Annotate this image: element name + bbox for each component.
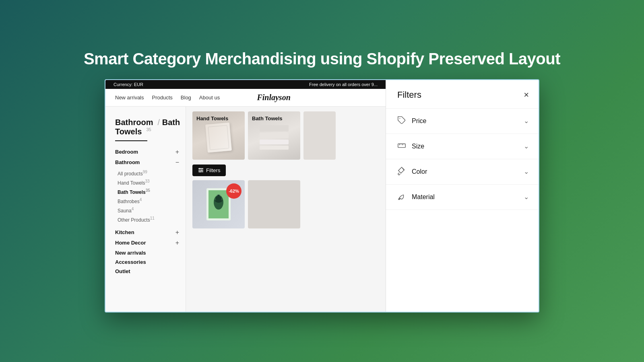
discount-badge: -62% xyxy=(226,183,242,199)
nav-about[interactable]: About us xyxy=(199,95,220,101)
nav-products[interactable]: Products xyxy=(152,95,173,101)
sidebar-sub-bathrobes[interactable]: Bathrobes4 xyxy=(118,196,186,206)
sidebar-item-outlet[interactable]: Outlet xyxy=(115,267,186,276)
filter-label-size: Size xyxy=(412,143,424,150)
filter-item-color[interactable]: Color ⌄ xyxy=(386,159,539,185)
category-card-partial xyxy=(303,111,336,160)
sidebar-toggle-kitchen: + xyxy=(175,229,179,236)
filters-button[interactable]: Filters xyxy=(192,165,226,176)
category-grid: Hand Towels Bath Towels xyxy=(192,111,379,160)
filter-item-material-left: Material xyxy=(397,192,435,202)
store-nav: New arrivals Products Blog About us Finl… xyxy=(105,89,386,107)
sidebar-toggle-bathroom: − xyxy=(175,159,179,166)
sidebar-item-new-arrivals[interactable]: New arrivals xyxy=(115,248,186,257)
sidebar-sub-sauna[interactable]: Sauna4 xyxy=(118,206,186,215)
filters-button-label: Filters xyxy=(206,167,220,173)
sidebar-toggle-bedroom: + xyxy=(175,148,179,156)
nav-new-arrivals[interactable]: New arrivals xyxy=(115,95,144,101)
filters-header: Filters × xyxy=(386,80,539,109)
svg-point-4 xyxy=(201,170,202,171)
category-card-hand-towels[interactable]: Hand Towels xyxy=(192,111,245,160)
sidebar-label-kitchen: Kitchen xyxy=(115,229,134,235)
topbar: Currency: EUR Free delivery on all order… xyxy=(105,80,386,89)
sidebar-sub-all-products[interactable]: All products99 xyxy=(118,169,186,178)
svg-point-5 xyxy=(200,171,201,173)
chevron-down-icon-price: ⌄ xyxy=(524,117,529,125)
dropper-icon xyxy=(397,167,406,177)
nav-blog[interactable]: Blog xyxy=(181,95,191,101)
product-row: -62% xyxy=(192,180,379,228)
sidebar-label-outlet: Outlet xyxy=(115,268,130,274)
sidebar-item-bedroom[interactable]: Bedroom + xyxy=(115,147,186,157)
sidebar-item-home-decor[interactable]: Home Decor + xyxy=(115,238,186,248)
delivery-text: Free delivery on all orders over 9... xyxy=(309,82,378,87)
sidebar-label-bedroom: Bedroom xyxy=(115,149,138,155)
sidebar-toggle-home-decor: + xyxy=(175,239,179,247)
filter-icon xyxy=(198,167,204,173)
sidebar-label-accessories: Accessories xyxy=(115,259,146,265)
filter-item-size[interactable]: Size ⌄ xyxy=(386,134,539,159)
filters-close-button[interactable]: × xyxy=(524,90,529,99)
sidebar: Bathroom / Bath Towels 35 Bedroom + Bath… xyxy=(105,107,186,312)
card-label-bath-towels: Bath Towels xyxy=(252,115,283,121)
sidebar-label-bathroom: Bathroom xyxy=(115,159,140,165)
filter-item-price[interactable]: Price ⌄ xyxy=(386,109,539,134)
breadcrumb-count: 35 xyxy=(146,127,151,132)
store-area: Currency: EUR Free delivery on all order… xyxy=(105,80,386,312)
leaf-icon xyxy=(397,192,406,202)
chevron-down-icon-material: ⌄ xyxy=(524,193,529,201)
sidebar-sub-bath-towels[interactable]: Bath Towels35 xyxy=(118,187,186,196)
store-logo: Finlayson xyxy=(257,93,290,102)
filters-title: Filters xyxy=(397,90,421,100)
sidebar-item-bathroom[interactable]: Bathroom − xyxy=(115,157,186,168)
tag-icon xyxy=(397,116,406,126)
chevron-down-icon-size: ⌄ xyxy=(524,142,529,150)
sidebar-divider xyxy=(115,140,147,141)
store-content: Bathroom / Bath Towels 35 Bedroom + Bath… xyxy=(105,107,386,312)
filter-item-price-left: Price xyxy=(397,116,426,126)
browser-window: Currency: EUR Free delivery on all order… xyxy=(105,79,539,313)
sidebar-label-home-decor: Home Decor xyxy=(115,240,146,246)
filter-item-material[interactable]: Material ⌄ xyxy=(386,185,539,210)
svg-rect-10 xyxy=(398,144,405,147)
sidebar-sub-other-products[interactable]: Other Products11 xyxy=(118,215,186,224)
filter-item-size-left: Size xyxy=(397,141,424,152)
filter-label-color: Color xyxy=(412,168,427,175)
breadcrumb-parent: Bathroom xyxy=(115,118,153,127)
product-card-2[interactable] xyxy=(248,180,300,228)
svg-point-3 xyxy=(199,168,200,169)
sidebar-sub-hand-towels[interactable]: Hand Towels33 xyxy=(118,178,186,187)
filters-panel: Filters × Price ⌄ xyxy=(386,80,539,312)
sidebar-label-new-arrivals: New arrivals xyxy=(115,250,146,256)
sidebar-item-kitchen[interactable]: Kitchen + xyxy=(115,227,186,238)
page-title: Smart Category Merchandising using Shopi… xyxy=(68,50,576,68)
chevron-down-icon-color: ⌄ xyxy=(524,168,529,175)
ruler-icon xyxy=(397,141,406,152)
nav-links: New arrivals Products Blog About us xyxy=(115,95,220,101)
filter-label-material: Material xyxy=(412,193,435,201)
filter-label-price: Price xyxy=(412,117,426,125)
sidebar-sub-bathroom: All products99 Hand Towels33 Bath Towels… xyxy=(115,169,186,224)
currency-label: Currency: EUR xyxy=(114,82,143,87)
sidebar-item-accessories[interactable]: Accessories xyxy=(115,257,186,267)
filter-item-color-left: Color xyxy=(397,167,427,177)
product-card-1[interactable]: -62% xyxy=(192,180,245,228)
main-area: Hand Towels Bath Towels xyxy=(186,107,386,312)
card-label-hand-towels: Hand Towels xyxy=(196,115,228,121)
breadcrumb: Bathroom / Bath Towels 35 xyxy=(115,113,186,136)
category-card-bath-towels[interactable]: Bath Towels xyxy=(248,111,300,160)
